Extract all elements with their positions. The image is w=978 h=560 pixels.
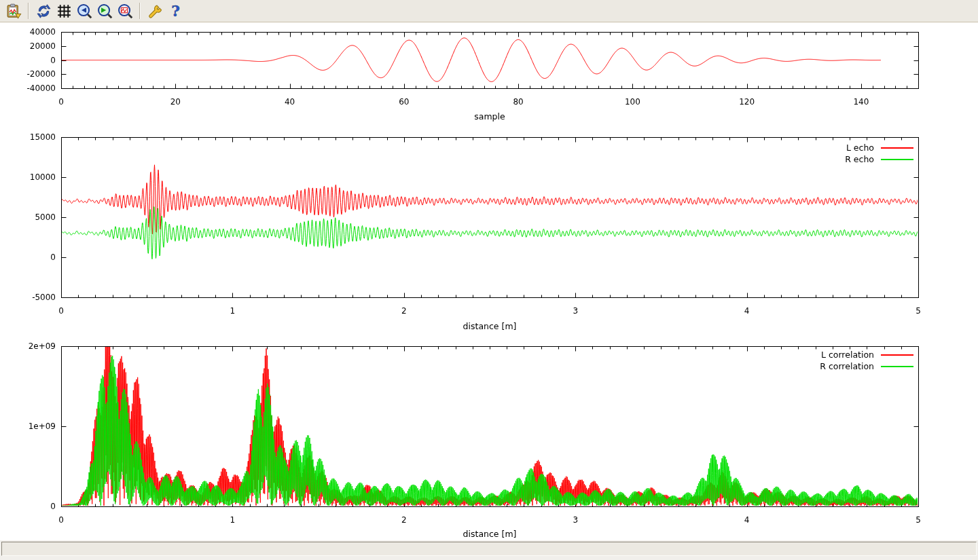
svg-text:?: ? bbox=[171, 3, 180, 19]
plot-canvas[interactable] bbox=[0, 22, 978, 540]
configure-button[interactable] bbox=[145, 1, 165, 20]
zoom-next-icon bbox=[97, 3, 113, 19]
status-bar bbox=[0, 540, 978, 560]
toolbar-separator bbox=[28, 3, 29, 19]
zoom-previous-button[interactable] bbox=[74, 1, 94, 20]
plot-region: sample distance [m] distance [m] L echoR… bbox=[0, 22, 978, 540]
grid-icon bbox=[56, 3, 72, 19]
status-message bbox=[1, 542, 977, 556]
help-button[interactable]: ? bbox=[165, 1, 185, 20]
toggle-grid-button[interactable] bbox=[54, 1, 74, 20]
zoom-previous-icon bbox=[77, 3, 92, 19]
help-icon: ? bbox=[168, 3, 183, 19]
zoom-autoscale-icon bbox=[117, 3, 133, 19]
refresh-icon bbox=[36, 3, 52, 19]
replot-button[interactable] bbox=[33, 1, 54, 20]
toolbar-separator bbox=[139, 3, 141, 19]
export-plot-icon bbox=[6, 3, 22, 19]
autoscale-button[interactable] bbox=[115, 1, 135, 20]
wrench-icon bbox=[147, 3, 163, 19]
zoom-next-button[interactable] bbox=[94, 1, 115, 20]
export-plot-button[interactable] bbox=[3, 1, 24, 20]
toolbar: ? bbox=[0, 0, 978, 22]
